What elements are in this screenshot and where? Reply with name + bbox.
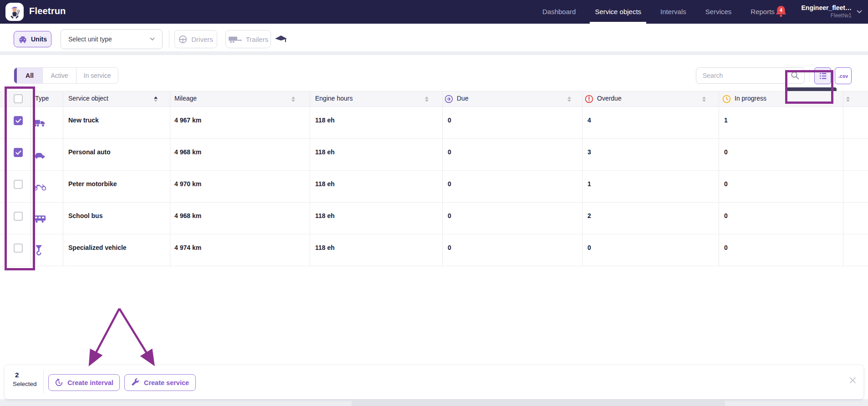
garage-roof-icon[interactable] — [275, 35, 287, 43]
due-count: 0 — [448, 212, 451, 219]
service-objects-panel: AllActiveIn service .csv Bulk operations — [0, 55, 868, 399]
mileage-value: 4 968 km — [174, 148, 201, 156]
overdue-count: 0 — [587, 244, 591, 251]
select-all-checkbox[interactable] — [14, 94, 23, 103]
service-object-name[interactable]: School bus — [68, 212, 102, 219]
nav-item-services[interactable]: Services — [705, 0, 732, 24]
mileage-value: 4 968 km — [174, 212, 201, 219]
nav-item-intervals[interactable]: Intervals — [660, 0, 686, 24]
overdue-icon — [585, 95, 593, 105]
drivers-button[interactable]: Drivers — [174, 30, 217, 48]
csv-button-label: .csv — [838, 73, 848, 79]
overdue-count: 3 — [587, 148, 591, 156]
mileage-value: 4 970 km — [174, 180, 201, 188]
col-header-in-progress[interactable]: In progress — [735, 95, 766, 102]
close-selection-bar-button[interactable] — [847, 375, 858, 386]
tab-label: Active — [51, 72, 68, 79]
row-checkbox[interactable] — [14, 180, 23, 189]
crane-icon — [33, 244, 48, 256]
tab-in-service[interactable]: In service — [76, 68, 118, 83]
nav-item-service-objects[interactable]: Service objects — [595, 0, 641, 24]
drivers-button-label: Drivers — [191, 36, 213, 43]
resource-toolbar: Units Select unit type Drivers Tr — [0, 24, 868, 51]
service-object-name[interactable]: New truck — [68, 117, 99, 124]
row-checkbox[interactable] — [14, 244, 23, 253]
table-row: School bus 4 968 km 118 eh 0 2 0 — [0, 203, 868, 234]
col-header-mileage[interactable]: Mileage — [174, 95, 197, 102]
close-icon — [849, 377, 856, 384]
unit-type-select-value: Select unit type — [68, 36, 112, 43]
chevron-down-icon — [150, 37, 155, 41]
sort-icon-mileage[interactable] — [291, 96, 295, 102]
sort-icon-service-object[interactable] — [154, 96, 158, 102]
chevron-down-icon[interactable] — [857, 10, 862, 14]
engine-hours-value: 118 eh — [315, 117, 335, 124]
top-navbar: Fleetrun DashboardService objectsInterva… — [0, 0, 868, 24]
col-header-due[interactable]: Due — [457, 95, 469, 102]
engine-hours-value: 118 eh — [315, 148, 335, 156]
in-progress-count: 0 — [724, 148, 728, 156]
due-count: 0 — [448, 180, 451, 188]
selected-label: Selected — [13, 381, 37, 387]
export-csv-button[interactable]: .csv — [835, 67, 852, 84]
due-count: 0 — [448, 244, 451, 251]
bottom-edge-strip — [352, 401, 725, 406]
mechanic-character-icon — [7, 4, 22, 20]
col-header-service-object[interactable]: Service object — [68, 95, 108, 102]
create-interval-label: Create interval — [67, 379, 113, 386]
units-button-label: Units — [31, 36, 47, 43]
table-body: New truck 4 967 km 118 eh 0 4 1 Personal… — [0, 107, 868, 266]
fleetrun-logo[interactable] — [5, 3, 24, 21]
tab-label: All — [23, 72, 34, 79]
sort-icon-extra[interactable] — [846, 96, 850, 102]
col-header-type[interactable]: Type — [35, 95, 49, 102]
nav-item-reports[interactable]: Reports — [751, 0, 775, 24]
table-row: Specialized vehicle 4 974 km 118 eh 0 0 … — [0, 234, 868, 266]
service-object-name[interactable]: Specialized vehicle — [68, 244, 127, 251]
toolbar-divider — [169, 30, 169, 48]
tab-active[interactable]: Active — [42, 68, 76, 83]
search-input[interactable] — [696, 67, 805, 84]
in-progress-count: 1 — [724, 117, 728, 124]
actions-divider — [809, 69, 810, 82]
col-header-engine-hours[interactable]: Engine hours — [315, 95, 353, 102]
units-button[interactable]: Units — [14, 31, 51, 47]
trailers-button[interactable]: Trailers — [225, 30, 271, 48]
create-interval-button[interactable]: Create interval — [48, 374, 120, 391]
notification-count-badge: 4 — [775, 8, 787, 13]
nav-item-dashboard[interactable]: Dashboard — [542, 0, 576, 24]
table-row: Personal auto 4 968 km 118 eh 0 3 0 — [0, 139, 868, 171]
bulk-operations-button[interactable] — [814, 67, 831, 84]
overdue-count: 1 — [587, 180, 591, 188]
trailers-button-label: Trailers — [246, 36, 268, 43]
main-navigation: DashboardService objectsIntervalsService… — [542, 0, 775, 24]
overdue-count: 2 — [587, 212, 591, 219]
engine-hours-value: 118 eh — [315, 244, 335, 251]
bus-icon — [33, 213, 48, 224]
table-row: New truck 4 967 km 118 eh 0 4 1 — [0, 107, 868, 139]
row-checkbox[interactable] — [14, 148, 23, 157]
service-object-name[interactable]: Personal auto — [68, 148, 111, 156]
mileage-value: 4 974 km — [174, 244, 201, 251]
table-row: Peter motorbike 4 970 km 118 eh 0 1 0 — [0, 171, 868, 203]
overdue-count: 4 — [587, 117, 591, 124]
tab-all[interactable]: All — [14, 68, 42, 83]
user-name[interactable]: Engineer_fleet… — [802, 4, 852, 11]
bulk-list-icon — [818, 71, 827, 81]
service-object-name[interactable]: Peter motorbike — [68, 180, 117, 188]
car-front-icon — [18, 35, 27, 43]
engine-hours-value: 118 eh — [315, 180, 335, 188]
sort-icon-overdue[interactable] — [702, 96, 706, 102]
row-checkbox[interactable] — [14, 212, 23, 221]
selected-count: 2 — [15, 371, 19, 379]
wrench-icon — [131, 378, 140, 387]
selection-action-bar: 2 Selected Create interval Create servic… — [5, 365, 863, 399]
filter-tabs: AllActiveIn service — [14, 67, 118, 84]
create-service-button[interactable]: Create service — [124, 374, 196, 391]
in-progress-count: 0 — [724, 180, 728, 188]
sort-icon-engine-hours[interactable] — [425, 96, 429, 102]
col-header-overdue[interactable]: Overdue — [597, 95, 622, 102]
sort-icon-due[interactable] — [567, 96, 571, 102]
unit-type-select[interactable]: Select unit type — [61, 29, 163, 49]
row-checkbox[interactable] — [14, 116, 23, 125]
